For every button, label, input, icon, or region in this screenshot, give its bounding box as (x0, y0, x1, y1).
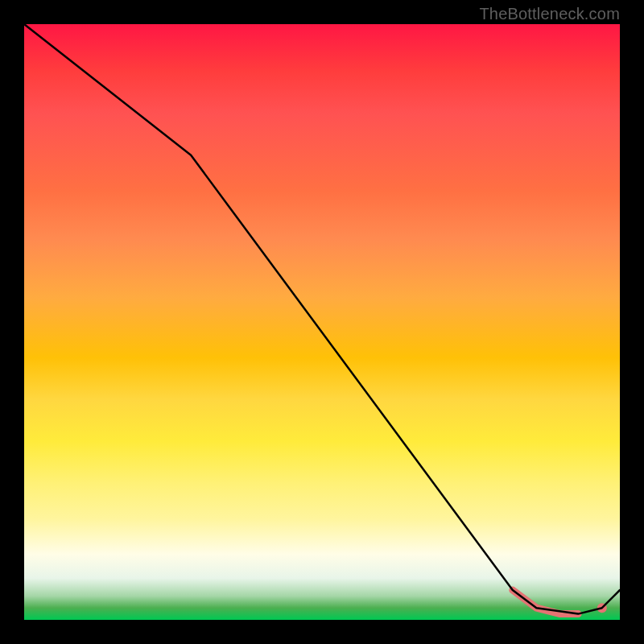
valley-highlight-line (513, 590, 578, 614)
bottleneck-line (24, 24, 620, 614)
chart-container: TheBottleneck.com (0, 0, 644, 644)
curve-svg (24, 24, 620, 620)
plot-area (24, 24, 620, 620)
watermark-text: TheBottleneck.com (479, 5, 620, 23)
